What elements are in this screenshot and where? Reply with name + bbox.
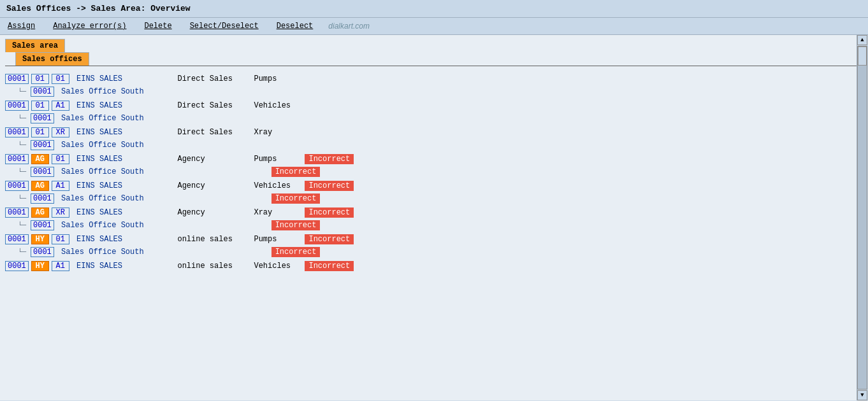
code-dist: 01: [31, 127, 49, 137]
status-badge: Incorrect: [305, 208, 354, 218]
code-org: 0001: [5, 74, 29, 84]
page-title: Sales Offices -> Sales Area: Overview: [6, 4, 191, 13]
code-dist: HY: [31, 261, 49, 271]
status-badge: Incorrect: [305, 181, 354, 191]
sub-code: 0001: [31, 247, 54, 257]
analyze-errors-button[interactable]: Analyze error(s): [50, 20, 129, 32]
deselect-button[interactable]: Deselect: [274, 20, 316, 32]
table-row: 0001 AG A1 EINS SALES Agency Vehicles In…: [5, 179, 863, 192]
sub-code: 0001: [31, 167, 54, 177]
entry-group: 0001 AG XR EINS SALES Agency Xray Incorr…: [5, 206, 863, 232]
code-org: 0001: [5, 234, 29, 244]
code-org: 0001: [5, 127, 29, 137]
assign-button[interactable]: Assign: [5, 20, 38, 32]
tab-sales-offices[interactable]: Sales offices: [15, 52, 89, 66]
code-dist: AG: [31, 208, 49, 218]
tree-line-icon: └─: [18, 222, 31, 229]
code-div: 01: [52, 74, 69, 84]
code-org: 0001: [5, 101, 29, 111]
status-badge: Incorrect: [305, 234, 354, 244]
code-div: 01: [52, 234, 69, 244]
table-row: 0001 HY A1 EINS SALES online sales Vehic…: [5, 260, 863, 272]
code-dist: HY: [31, 234, 49, 244]
code-dist: 01: [31, 101, 49, 111]
entry-group: 0001 01 A1 EINS SALES Direct Sales Vehic…: [5, 99, 863, 125]
status-badge: Incorrect: [271, 220, 321, 230]
tree-line-icon: └─: [18, 88, 31, 95]
entry-group: 0001 01 XR EINS SALES Direct Sales Xray …: [5, 126, 863, 151]
code-div: XR: [52, 127, 69, 137]
watermark: dialkart.com: [328, 22, 370, 31]
scroll-down-button[interactable]: ▼: [857, 390, 867, 400]
code-div: A1: [52, 101, 69, 111]
table-row: 0001 AG 01 EINS SALES Agency Pumps Incor…: [5, 153, 863, 165]
code-org: 0001: [5, 181, 29, 191]
table-row: 0001 01 01 EINS SALES Direct Sales Pumps: [5, 73, 863, 85]
table-row: 0001 01 A1 EINS SALES Direct Sales Vehic…: [5, 99, 863, 112]
scroll-up-button[interactable]: ▲: [857, 35, 867, 45]
table-row: 0001 01 XR EINS SALES Direct Sales Xray: [5, 126, 863, 139]
entry-group: 0001 HY A1 EINS SALES online sales Vehic…: [5, 260, 863, 272]
toolbar: Assign Analyze error(s) Delete Select/De…: [0, 18, 868, 35]
entry-group: 0001 01 01 EINS SALES Direct Sales Pumps…: [5, 73, 863, 98]
table-sub-row: └─ 0001 Sales Office South Incorrect: [5, 246, 863, 258]
entry-group: 0001 HY 01 EINS SALES online sales Pumps…: [5, 233, 863, 258]
sub-code: 0001: [31, 220, 54, 230]
table-row: 0001 HY 01 EINS SALES online sales Pumps…: [5, 233, 863, 246]
tab-sales-area[interactable]: Sales area: [5, 39, 65, 52]
sub-code: 0001: [31, 193, 54, 204]
title-bar: Sales Offices -> Sales Area: Overview: [0, 0, 868, 18]
status-badge: Incorrect: [271, 193, 321, 204]
table-row: 0001 AG XR EINS SALES Agency Xray Incorr…: [5, 206, 863, 219]
code-dist: AG: [31, 181, 49, 191]
code-dist: AG: [31, 154, 49, 164]
code-org: 0001: [5, 208, 29, 218]
tree-line-icon: └─: [18, 248, 31, 256]
scroll-track: [857, 46, 867, 390]
sub-code: 0001: [31, 140, 54, 150]
code-div: 01: [52, 154, 69, 164]
status-badge: Incorrect: [271, 247, 321, 257]
vertical-scrollbar[interactable]: ▲ ▼: [857, 35, 868, 400]
tree-line-icon: └─: [18, 141, 31, 149]
tree-line-icon: └─: [18, 168, 31, 176]
table-sub-row: └─ 0001 Sales Office South Incorrect: [5, 192, 863, 205]
tree-line-icon: └─: [18, 115, 31, 122]
table-sub-row: └─ 0001 Sales Office South: [5, 85, 863, 98]
entry-group: 0001 AG A1 EINS SALES Agency Vehicles In…: [5, 179, 863, 205]
scroll-thumb[interactable]: [858, 46, 867, 66]
sub-code: 0001: [31, 113, 54, 123]
code-div: A1: [52, 181, 69, 191]
delete-button[interactable]: Delete: [141, 20, 174, 32]
code-div: A1: [52, 261, 69, 271]
select-deselect-button[interactable]: Select/Deselect: [187, 20, 261, 32]
table-sub-row: └─ 0001 Sales Office South: [5, 139, 863, 151]
table-sub-row: └─ 0001 Sales Office South: [5, 112, 863, 125]
sub-code: 0001: [31, 87, 54, 97]
code-org: 0001: [5, 154, 29, 164]
code-dist: 01: [31, 74, 49, 84]
tree-line-icon: └─: [18, 195, 31, 202]
table-sub-row: └─ 0001 Sales Office South Incorrect: [5, 165, 863, 178]
table-area: 0001 01 01 EINS SALES Direct Sales Pumps…: [0, 70, 868, 397]
entry-group: 0001 AG 01 EINS SALES Agency Pumps Incor…: [5, 153, 863, 178]
code-org: 0001: [5, 261, 29, 271]
table-sub-row: └─ 0001 Sales Office South Incorrect: [5, 219, 863, 232]
status-badge: Incorrect: [305, 154, 354, 164]
code-div: XR: [52, 208, 69, 218]
status-badge: Incorrect: [271, 167, 321, 177]
status-badge: Incorrect: [305, 261, 354, 271]
